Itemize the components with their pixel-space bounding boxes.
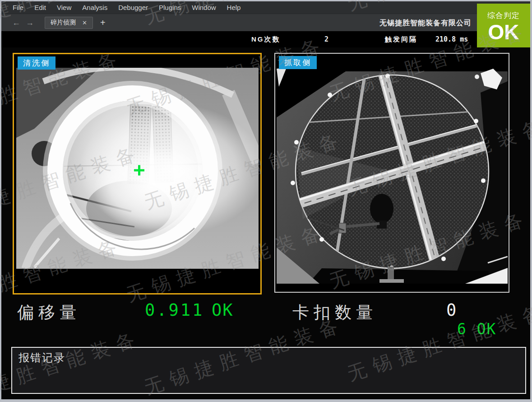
grab-side-tag: 抓取侧: [279, 56, 317, 69]
ng-count-label: NG次数: [251, 35, 281, 44]
forward-arrow-icon[interactable]: →: [23, 18, 37, 28]
close-tab-icon[interactable]: ✕: [82, 19, 87, 26]
window-content: File Edit View Analysis Debugger Plugins…: [1, 1, 530, 399]
error-log-title: 报错记录: [19, 351, 525, 365]
offset-value: 0.911: [145, 300, 204, 320]
cleaning-side-panel[interactable]: 清洗侧: [13, 53, 262, 294]
application-window: File Edit View Analysis Debugger Plugins…: [0, 0, 532, 402]
cleaning-side-camera-image: [16, 68, 259, 269]
tab-label: 碎片侦测: [51, 19, 76, 27]
menu-plugins[interactable]: Plugins: [154, 2, 186, 13]
menu-debugger[interactable]: Debugger: [113, 2, 153, 13]
menu-analysis[interactable]: Analysis: [77, 2, 112, 13]
verdict-label: 综合判定: [487, 10, 520, 21]
ng-count-value: 2: [324, 35, 328, 43]
new-tab-icon[interactable]: +: [100, 18, 106, 28]
status-bar: NG次数 2 触发间隔 210.8 ms: [1, 31, 530, 47]
menu-edit[interactable]: Edit: [29, 2, 51, 13]
menu-bar: File Edit View Analysis Debugger Plugins…: [1, 1, 530, 14]
offset-label: 偏移量: [17, 301, 81, 324]
clip-count-value: 0: [446, 300, 457, 320]
offset-status: OK: [212, 300, 234, 320]
tab-fragment-detection[interactable]: 碎片侦测 ✕: [45, 17, 93, 29]
menu-view[interactable]: View: [52, 2, 76, 13]
back-arrow-icon[interactable]: ←: [9, 18, 23, 28]
grab-side-camera-image: [277, 68, 508, 284]
overall-verdict-panel: 综合判定 OK: [477, 4, 530, 47]
grab-side-panel[interactable]: 抓取侧: [274, 53, 509, 293]
menu-window[interactable]: Window: [187, 2, 221, 13]
clip-count-status: 6 OK: [457, 320, 496, 338]
menu-help[interactable]: Help: [222, 2, 246, 13]
trigger-interval-label: 触发间隔: [385, 35, 417, 44]
menu-file[interactable]: File: [8, 2, 28, 13]
trigger-interval-value: 210.8 ms: [435, 35, 468, 43]
verdict-value: OK: [488, 22, 519, 42]
error-log-panel[interactable]: 报错记录: [11, 347, 526, 394]
clip-count-label: 卡扣数量: [292, 301, 377, 324]
cleaning-side-tag: 清洗侧: [18, 56, 56, 70]
company-name: 无锡捷胜智能装备有限公司: [379, 19, 472, 28]
